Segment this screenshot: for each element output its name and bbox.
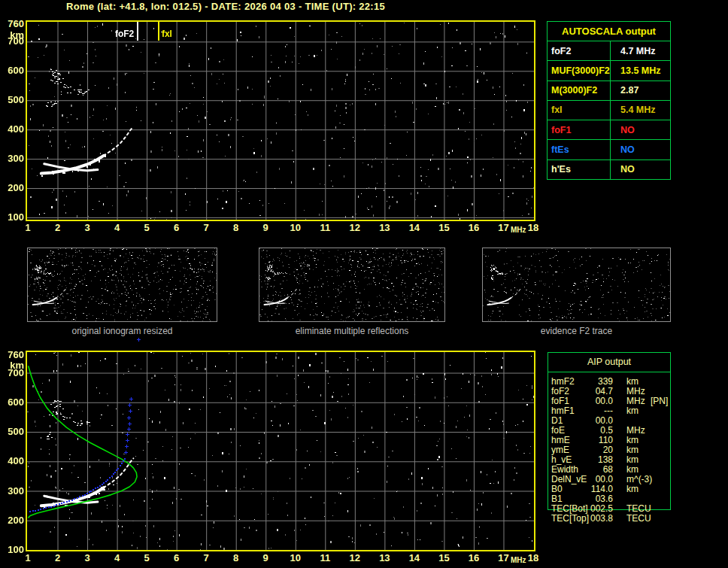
top-plot-xtick-6: 6 <box>165 223 189 232</box>
bottom-plot-xtick-9: 9 <box>253 553 278 563</box>
bottom-ionogram-canvas <box>27 352 534 550</box>
bottom-plot-ytick-200: 200 <box>2 515 24 525</box>
bottom-plot-xtick-16: 16 <box>462 553 486 563</box>
bottom-plot-xtick-10: 10 <box>284 553 308 563</box>
thumbnail-caption-evidence: evidence F2 trace <box>482 327 671 336</box>
autoscala-row-MUF(3000)F2: MUF(3000)F213.5 MHz <box>548 60 670 80</box>
bottom-plot-ytick-400: 400 <box>2 456 24 466</box>
aip-extra-foF1: [PN] <box>645 396 668 406</box>
autoscala-row-M(3000)F2: M(3000)F22.87 <box>548 80 670 100</box>
bottom-plot-ytick-500: 500 <box>2 427 24 436</box>
autoscala-table-title: AUTOSCALA output <box>548 22 670 41</box>
top-plot-xtick-13: 13 <box>372 223 396 232</box>
autoscala-value-foF1: NO <box>611 120 635 139</box>
top-plot-xtick-4: 4 <box>105 223 129 232</box>
top-plot-ytick-500: 500 <box>2 95 24 105</box>
thumbnail-original-ionogram <box>27 248 217 322</box>
top-plot-xtick-9: 9 <box>253 223 278 232</box>
station-title: Rome (lat: +41.8, lon: 012.5) - DATE: 20… <box>66 1 385 12</box>
aip-unit-TEC[Top]: TECU <box>613 514 645 524</box>
bottom-plot-ytick-600: 600 <box>2 397 24 407</box>
autoscala-value-MUF(3000)F2: 13.5 MHz <box>611 61 661 80</box>
foF2-marker-label: foF2 <box>105 29 134 39</box>
aip-row-TEC[Top]: TEC[Top]003.8TECU <box>548 514 671 524</box>
top-plot-xtick-14: 14 <box>402 223 426 232</box>
autoscala-value-h'Es: NO <box>611 160 635 179</box>
bottom-plot-xtick-8: 8 <box>224 553 248 563</box>
top-plot-xtick-2: 2 <box>46 223 70 232</box>
bottom-ionogram-plot <box>26 351 535 551</box>
top-plot-x-unit: MHz <box>507 226 529 234</box>
top-plot-xtick-10: 10 <box>284 223 308 232</box>
autoscala-row-ftEs: ftEsNO <box>548 139 670 159</box>
thumbnail-eliminate-reflections <box>259 248 445 322</box>
aip-label-TEC[Top]: TEC[Top] <box>548 514 590 524</box>
top-plot-xtick-16: 16 <box>462 223 486 232</box>
bottom-plot-ytick-760: 760 <box>2 350 24 360</box>
bottom-plot-xtick-1: 1 <box>16 553 40 563</box>
aip-unit-hmF1: km <box>613 406 645 416</box>
top-plot-ytick-600: 600 <box>2 65 24 75</box>
autoscala-row-fxI: fxI5.4 MHz <box>548 100 670 120</box>
top-plot-xtick-15: 15 <box>432 223 456 232</box>
aip-rows: hmF2339kmfoF204.7MHzfoF100.0MHz[PN]hmF1-… <box>548 377 671 524</box>
top-ionogram-plot <box>26 20 535 221</box>
bottom-plot-xtick-4: 4 <box>105 553 129 563</box>
bottom-plot-ytick-300: 300 <box>2 486 24 496</box>
thumbnail-caption-original: original ionogram resized <box>27 327 217 336</box>
autoscala-row-foF1: foF1NO <box>548 120 670 139</box>
autoscala-value-ftEs: NO <box>611 140 635 159</box>
fxI-marker-line <box>158 22 159 41</box>
top-plot-xtick-11: 11 <box>313 223 337 232</box>
top-plot-ytick-760: 760 <box>2 19 24 29</box>
thumbnail-eliminate-canvas <box>259 248 444 321</box>
bottom-plot-x-unit: MHz <box>507 556 529 564</box>
stray-blue-mark <box>137 338 141 342</box>
autoscala-label-fxI: fxI <box>548 101 611 120</box>
autoscala-value-M(3000)F2: 2.87 <box>611 81 639 100</box>
autoscala-label-h'Es: h'Es <box>548 160 611 179</box>
bottom-plot-y-unit: km <box>2 360 24 370</box>
bottom-plot-xtick-6: 6 <box>165 553 189 563</box>
fxI-marker-label: fxI <box>162 29 172 39</box>
autoscala-label-M(3000)F2: M(3000)F2 <box>548 81 611 100</box>
bottom-plot-xtick-2: 2 <box>46 553 70 563</box>
bottom-plot-xtick-12: 12 <box>343 553 367 563</box>
bottom-plot-xtick-14: 14 <box>402 553 426 563</box>
autoscala-label-MUF(3000)F2: MUF(3000)F2 <box>548 61 611 80</box>
bottom-plot-xtick-11: 11 <box>313 553 337 563</box>
autoscala-value-fxI: 5.4 MHz <box>611 101 656 120</box>
top-plot-y-unit: km <box>2 30 24 40</box>
thumbnail-evidence-canvas <box>483 248 670 321</box>
top-plot-ytick-100: 100 <box>2 212 24 222</box>
autoscala-output-table: AUTOSCALA output foF24.7 MHzMUF(3000)F21… <box>547 21 671 180</box>
top-plot-xtick-8: 8 <box>224 223 248 232</box>
top-ionogram-canvas <box>27 22 534 220</box>
autoscala-label-foF1: foF1 <box>548 120 611 139</box>
autoscala-value-foF2: 4.7 MHz <box>611 41 656 60</box>
top-plot-xtick-12: 12 <box>343 223 367 232</box>
top-plot-ytick-300: 300 <box>2 153 24 163</box>
autoscala-label-ftEs: ftEs <box>548 140 611 159</box>
top-plot-xtick-5: 5 <box>135 223 159 232</box>
top-plot-xtick-3: 3 <box>75 223 99 232</box>
foF2-marker-line <box>137 22 138 41</box>
bottom-plot-xtick-3: 3 <box>75 553 99 563</box>
bottom-plot-xtick-7: 7 <box>194 553 218 563</box>
thumbnail-evidence-f2 <box>482 248 671 322</box>
aip-header-divider <box>548 372 671 372</box>
autoscala-row-h'Es: h'EsNO <box>548 159 670 179</box>
bottom-plot-xtick-13: 13 <box>372 553 396 563</box>
bottom-plot-xtick-5: 5 <box>135 553 159 563</box>
autoscala-screen: Rome (lat: +41.8, lon: 012.5) - DATE: 20… <box>0 0 728 568</box>
top-plot-ytick-400: 400 <box>2 124 24 134</box>
top-plot-xtick-1: 1 <box>16 223 40 232</box>
top-plot-xtick-7: 7 <box>194 223 218 232</box>
aip-unit-B0: km <box>613 484 645 494</box>
autoscala-label-foF2: foF2 <box>548 41 611 60</box>
aip-value-TEC[Top]: 003.8 <box>590 514 613 524</box>
thumbnail-caption-eliminate: eliminate multiple reflections <box>259 327 445 336</box>
bottom-plot-xtick-15: 15 <box>432 553 456 563</box>
aip-table-title: AIP output <box>548 357 671 367</box>
thumbnail-original-canvas <box>28 248 217 321</box>
